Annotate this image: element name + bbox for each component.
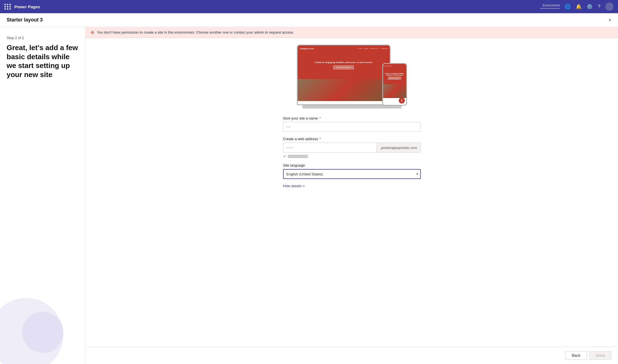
- close-button[interactable]: ×: [608, 18, 611, 23]
- phone-navbar: Company name: [383, 64, 406, 68]
- hide-details-label: Hide details: [283, 184, 302, 188]
- step-label: Step 2 of 2: [7, 36, 79, 40]
- phone-hero-btn: Add a call to action here: [388, 77, 401, 80]
- environment-sub: ••••••••••••••••••••: [540, 7, 560, 10]
- site-name-group: Give your site a name *: [283, 116, 421, 132]
- environment-info: Environment ••••••••••••••••••••: [540, 4, 560, 10]
- required-star-addr: *: [319, 137, 321, 141]
- web-address-input[interactable]: [283, 143, 377, 152]
- error-icon: ⊗: [91, 30, 94, 35]
- laptop-mockup: Company name St. Anna Pages Courses He ?…: [297, 45, 391, 105]
- content-area: Company name St. Anna Pages Courses He ?…: [86, 38, 618, 347]
- top-navigation: Power Pages Environment ••••••••••••••••…: [0, 0, 618, 13]
- done-button[interactable]: Done: [589, 351, 611, 360]
- back-button[interactable]: Back: [565, 351, 587, 360]
- left-panel: Step 2 of 2 Great, let's add a few basic…: [0, 27, 85, 364]
- right-panel: ⊗ You don't have permission to create a …: [85, 27, 618, 364]
- page-title: Starter layout 3: [7, 17, 43, 23]
- main-layout: Step 2 of 2 Great, let's add a few basic…: [0, 27, 618, 364]
- site-language-select[interactable]: English (United States) French (France) …: [283, 169, 421, 179]
- required-star-name: *: [318, 116, 321, 120]
- preview-container: Company name St. Anna Pages Courses He ?…: [297, 45, 407, 108]
- phone-hero: Create an engaging headline, welcome, or…: [383, 68, 406, 84]
- globe-icon[interactable]: 🌐: [565, 4, 571, 10]
- laptop-nav-link-5: Download: [381, 48, 387, 49]
- gear-icon[interactable]: ⚙️: [587, 4, 593, 10]
- laptop-navbar: Company name St. Anna Pages Courses He ?…: [298, 45, 390, 51]
- site-language-group: Site language English (United States) Fr…: [283, 163, 421, 179]
- phone-nav-text: Company name: [384, 65, 392, 67]
- avatar-icon[interactable]: [605, 2, 614, 11]
- phone-hero-title: Create an engaging headline, welcome, or…: [384, 73, 405, 76]
- laptop-nav-link-2: Pages: [364, 48, 368, 49]
- check-icon: ✓: [283, 154, 286, 158]
- url-check-text: [288, 155, 308, 158]
- laptop-hero-btn: Add a call to action here: [333, 66, 354, 69]
- form-area: Give your site a name * Create a web add…: [283, 116, 421, 188]
- bell-icon[interactable]: 🔔: [576, 4, 582, 10]
- waffle-icon[interactable]: [4, 4, 11, 10]
- web-address-label: Create a web address *: [283, 137, 421, 141]
- hide-details-button[interactable]: Hide details ∧: [283, 184, 305, 188]
- web-address-row: .powerappsportals.com: [283, 143, 421, 153]
- decoration-circle-2: [22, 312, 63, 353]
- chevron-up-icon: ∧: [303, 184, 305, 188]
- site-name-input[interactable]: [283, 122, 421, 132]
- laptop-nav-links: St. Anna Pages Courses He ? Download: [357, 48, 387, 49]
- help-icon[interactable]: ?: [598, 4, 600, 10]
- title-bar: Starter layout 3 ×: [0, 13, 618, 27]
- url-check-row: ✓: [283, 154, 421, 158]
- web-address-suffix: .powerappsportals.com: [376, 143, 420, 152]
- phone-image-area: [383, 84, 406, 98]
- language-select-wrapper: English (United States) French (France) …: [283, 169, 421, 179]
- laptop-nav-link-3: Courses He: [370, 48, 377, 49]
- phone-badge: 1: [399, 97, 405, 104]
- footer: Back Done: [86, 347, 618, 364]
- site-name-label: Give your site a name *: [283, 116, 421, 120]
- laptop-image-area: [298, 79, 390, 101]
- site-language-label: Site language: [283, 163, 421, 167]
- laptop-screen: Company name St. Anna Pages Courses He ?…: [298, 45, 390, 104]
- laptop-nav-link-1: St. Anna: [357, 48, 363, 49]
- laptop-hero: Create an engaging headline, welcome, or…: [298, 51, 390, 79]
- app-name: Power Pages: [14, 4, 40, 9]
- environment-label: Environment: [543, 4, 560, 7]
- error-banner: ⊗ You don't have permission to create a …: [86, 27, 618, 38]
- laptop-nav-link-4: ?: [379, 48, 380, 49]
- phone-mockup: Company name Create an engaging headline…: [382, 63, 407, 106]
- web-address-group: Create a web address * .powerappsportals…: [283, 137, 421, 158]
- step-heading: Great, let's add a few basic details whi…: [7, 43, 79, 79]
- error-message: You don't have permission to create a si…: [97, 30, 294, 34]
- laptop-logo: Company name: [300, 48, 314, 50]
- laptop-hero-title: Create an engaging headline, welcome, or…: [315, 61, 373, 64]
